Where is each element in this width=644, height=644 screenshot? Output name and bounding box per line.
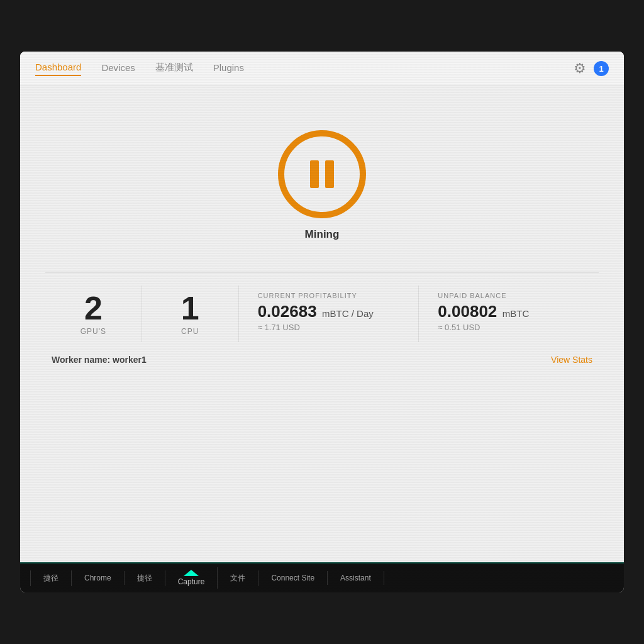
nav-right-controls: ⚙ 1 (574, 60, 609, 77)
taskbar-capture[interactable]: Capture (165, 567, 218, 589)
taskbar: 捷径 Chrome 捷径 Capture 文件 Connect Site Ass… (20, 562, 624, 592)
worker-name-value: worker1 (113, 355, 147, 365)
gpu-label: GPU'S (80, 327, 106, 336)
taskbar-files[interactable]: 文件 (218, 570, 258, 586)
nav-bar: Dashboard Devices 基准测试 Plugins ⚙ 1 (20, 52, 624, 86)
balance-usd: ≈ 0.51 USD (438, 323, 480, 332)
cpu-count: 1 (181, 292, 199, 325)
gpu-stat-block: 2 GPU'S (45, 286, 142, 342)
mining-pause-button[interactable] (278, 130, 366, 218)
balance-header: UNPAID BALANCE (438, 292, 506, 299)
profitability-header: CURRENT PROFITABILITY (258, 292, 357, 299)
balance-unit: mBTC (502, 308, 530, 319)
taskbar-chrome[interactable]: Chrome (72, 571, 125, 585)
balance-block: UNPAID BALANCE 0.00802 mBTC ≈ 0.51 USD (419, 286, 599, 342)
taskbar-assistant[interactable]: Assistant (328, 571, 384, 585)
taskbar-connect-site[interactable]: Connect Site (258, 571, 328, 585)
worker-name-display: Worker name: worker1 (52, 355, 147, 365)
notification-badge[interactable]: 1 (594, 61, 609, 76)
profitability-block: CURRENT PROFITABILITY 0.02683 mBTC / Day… (239, 286, 419, 342)
balance-value: 0.00802 (438, 302, 497, 321)
stats-row: 2 GPU'S 1 CPU CURRENT PROFITABILITY 0.02… (45, 272, 599, 342)
taskbar-shortcut1[interactable]: 捷径 (30, 570, 72, 586)
screen-bezel: Dashboard Devices 基准测试 Plugins ⚙ 1 Minin… (20, 52, 624, 592)
mining-status-label: Mining (305, 228, 340, 241)
footer-row: Worker name: worker1 View Stats (45, 355, 599, 365)
nav-benchmark[interactable]: 基准测试 (155, 62, 193, 76)
profitability-value-row: 0.02683 mBTC / Day (258, 302, 374, 321)
pause-bar-left (310, 160, 319, 188)
gpu-count: 2 (84, 292, 103, 325)
app-content: Dashboard Devices 基准测试 Plugins ⚙ 1 Minin… (20, 52, 624, 592)
profitability-value: 0.02683 (258, 302, 317, 321)
pause-icon (310, 160, 334, 188)
profitability-usd: ≈ 1.71 USD (258, 323, 300, 332)
nav-plugins[interactable]: Plugins (213, 62, 244, 75)
main-content: Mining 2 GPU'S 1 CPU CURRENT PROFITABILI… (20, 86, 624, 562)
nav-devices[interactable]: Devices (101, 62, 135, 75)
taskbar-shortcut2[interactable]: 捷径 (125, 570, 165, 586)
profitability-unit: mBTC / Day (322, 308, 374, 319)
settings-icon[interactable]: ⚙ (574, 60, 586, 77)
pause-bar-right (325, 160, 334, 188)
worker-prefix: Worker name: (52, 355, 110, 365)
view-stats-button[interactable]: View Stats (551, 355, 592, 365)
cpu-label: CPU (181, 327, 199, 336)
balance-value-row: 0.00802 mBTC (438, 302, 529, 321)
nav-dashboard[interactable]: Dashboard (35, 62, 81, 76)
cpu-stat-block: 1 CPU (142, 286, 239, 342)
mining-button-container: Mining (278, 130, 366, 241)
